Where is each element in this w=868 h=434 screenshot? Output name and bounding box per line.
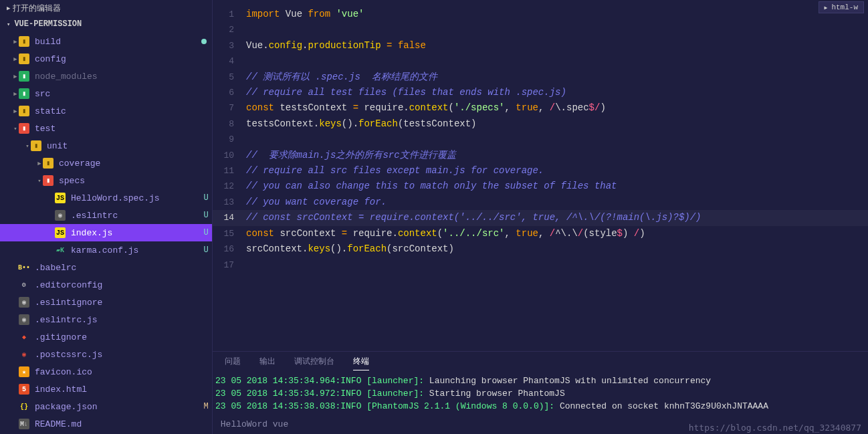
tree-item[interactable]: M↓README.md <box>0 415 212 433</box>
tree-item-label: karma.conf.js <box>71 245 200 255</box>
terminal-tab[interactable]: 终端 <box>353 356 369 370</box>
tree-item-label: favicon.ico <box>35 367 200 377</box>
terminal-panel: 问题输出调试控制台终端 23 05 2018 14:35:34.964:INFO… <box>213 351 868 434</box>
tree-item[interactable]: ▶▮src <box>0 85 212 102</box>
code-area[interactable]: import Vue from 'vue' Vue.config.product… <box>246 0 868 351</box>
main-area: ▶ html-w 1234567891011121314151617 impor… <box>213 0 868 434</box>
expand-icon: ▶ <box>12 90 19 98</box>
project-header[interactable]: ▾ VUE-PERMISSION <box>0 17 212 33</box>
tree-item-label: static <box>35 106 200 116</box>
tree-item-label: build <box>35 37 201 47</box>
tree-item[interactable]: ▶▮config <box>0 50 212 68</box>
tree-item[interactable]: ◉.eslintignore <box>0 294 212 311</box>
terminal-tabs: 问题输出调试控制台终端 <box>213 352 868 372</box>
open-editors-header[interactable]: ▶ 打开的编辑器 <box>0 0 212 17</box>
tree-item[interactable]: ▶▮static <box>0 102 212 120</box>
expand-icon: ▾ <box>12 125 19 132</box>
git-status: U <box>200 211 212 220</box>
tree-item-label: .gitignore <box>35 332 200 342</box>
tree-item-label: index.html <box>35 385 200 395</box>
tree-item[interactable]: ▶▮build <box>0 33 212 50</box>
modified-dot-icon <box>201 39 207 44</box>
tree-item-label: config <box>35 54 200 64</box>
expand-icon: ▾ <box>36 177 43 185</box>
tree-item[interactable]: ▾▮unit <box>0 137 212 154</box>
line-gutter: 1234567891011121314151617 <box>213 0 246 351</box>
tree-item[interactable]: JSHelloWord.spec.jsU <box>0 189 212 207</box>
tree-item[interactable]: ▶▮node_modules <box>0 68 212 85</box>
tree-item-label: coverage <box>59 158 200 169</box>
git-status: U <box>200 228 212 237</box>
tree-item[interactable]: B••.babelrc <box>0 259 212 276</box>
tree-item-label: test <box>35 124 200 134</box>
tree-item-label: .eslintrc <box>71 211 200 221</box>
tree-item-label: README.md <box>35 419 200 429</box>
tree-item[interactable]: ★favicon.ico <box>0 363 212 381</box>
expand-icon: ▶ <box>12 108 19 115</box>
expand-icon: ▶ <box>12 38 19 45</box>
git-status: U <box>200 245 212 255</box>
tree-item[interactable]: ◉.eslintrc.js <box>0 311 212 328</box>
tree-item-label: HelloWord.spec.js <box>71 193 200 203</box>
file-tree: ▶▮build▶▮config▶▮node_modules▶▮src▶▮stat… <box>0 33 212 434</box>
git-status: U <box>200 193 212 203</box>
tree-item-label: .editorconfig <box>35 280 200 290</box>
tree-item[interactable]: JSindex.jsU <box>0 224 212 241</box>
sidebar: ▶ 打开的编辑器 ▾ VUE-PERMISSION ▶▮build▶▮confi… <box>0 0 213 434</box>
terminal-tab[interactable]: 问题 <box>225 356 241 370</box>
tree-item[interactable]: ◉.postcssrc.js <box>0 346 212 363</box>
project-name-label: VUE-PERMISSION <box>14 19 82 29</box>
tree-item-label: src <box>35 89 200 99</box>
tree-item[interactable]: ◆.gitignore <box>0 328 212 346</box>
tree-item-label: index.js <box>71 228 200 238</box>
tree-item[interactable]: ◉.eslintrcU <box>0 207 212 224</box>
tree-item[interactable]: ▾▮specs <box>0 172 212 189</box>
tree-item-label: .eslintignore <box>35 298 200 308</box>
tree-item[interactable]: ▰Kkarma.conf.jsU <box>0 241 212 259</box>
tree-item[interactable]: ⚙.editorconfig <box>0 276 212 294</box>
watermark: https://blog.csdn.net/qq_32340877 <box>689 423 861 433</box>
expand-icon: ▶ <box>12 73 19 80</box>
terminal-tab[interactable]: 输出 <box>259 356 276 370</box>
git-status: M <box>200 402 212 411</box>
tree-item-label: unit <box>47 141 200 151</box>
tree-item[interactable]: ▶▮coverage <box>0 154 212 172</box>
terminal-tab[interactable]: 调试控制台 <box>294 356 334 370</box>
tree-item-label: specs <box>59 176 200 186</box>
tree-item-label: node_modules <box>35 72 200 82</box>
expand-icon: ▶ <box>12 56 19 63</box>
tree-item-label: .postcssrc.js <box>35 350 200 360</box>
tree-item-label: .eslintrc.js <box>35 315 200 325</box>
tree-item[interactable]: ▾▮test <box>0 120 212 137</box>
open-editors-label: 打开的编辑器 <box>13 3 61 14</box>
expand-icon: ▶ <box>36 160 43 167</box>
editor[interactable]: 1234567891011121314151617 import Vue fro… <box>213 0 868 351</box>
chevron-right-icon: ▶ <box>7 5 10 12</box>
tree-item-label: package.json <box>35 402 200 412</box>
chevron-down-icon: ▾ <box>7 21 10 28</box>
expand-icon: ▾ <box>24 142 31 150</box>
tree-item[interactable]: {}package.jsonM <box>0 398 212 415</box>
tree-item-label: .babelrc <box>35 263 200 273</box>
tree-item[interactable]: 5index.html <box>0 381 212 398</box>
